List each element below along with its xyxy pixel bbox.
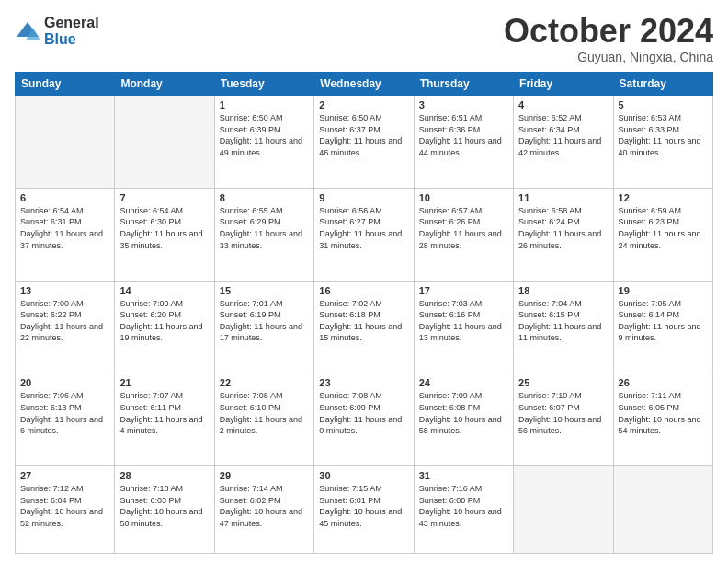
day-info: Sunrise: 7:13 AM Sunset: 6:03 PM Dayligh… <box>119 483 209 529</box>
day-info: Sunrise: 6:54 AM Sunset: 6:31 PM Dayligh… <box>20 205 109 251</box>
table-row: 24Sunrise: 7:09 AM Sunset: 6:08 PM Dayli… <box>414 373 513 466</box>
day-info: Sunrise: 7:14 AM Sunset: 6:02 PM Dayligh… <box>220 483 309 529</box>
header-saturday: Saturday <box>613 73 712 96</box>
day-info: Sunrise: 6:59 AM Sunset: 6:23 PM Dayligh… <box>619 205 708 251</box>
day-number: 26 <box>619 377 708 388</box>
table-row: 17Sunrise: 7:03 AM Sunset: 6:16 PM Dayli… <box>414 281 513 373</box>
day-info: Sunrise: 7:10 AM Sunset: 6:07 PM Dayligh… <box>518 390 608 436</box>
table-row: 15Sunrise: 7:01 AM Sunset: 6:19 PM Dayli… <box>214 281 313 373</box>
table-row: 27Sunrise: 7:12 AM Sunset: 6:04 PM Dayli… <box>16 466 115 554</box>
day-info: Sunrise: 7:00 AM Sunset: 6:22 PM Dayligh… <box>20 298 109 344</box>
header-friday: Friday <box>514 73 613 96</box>
day-number: 10 <box>419 192 508 203</box>
day-number: 3 <box>419 99 508 110</box>
table-row: 12Sunrise: 6:59 AM Sunset: 6:23 PM Dayli… <box>613 188 712 281</box>
header-monday: Monday <box>115 73 214 96</box>
table-row: 28Sunrise: 7:13 AM Sunset: 6:03 PM Dayli… <box>115 466 214 554</box>
day-info: Sunrise: 6:51 AM Sunset: 6:36 PM Dayligh… <box>419 112 508 158</box>
day-info: Sunrise: 6:54 AM Sunset: 6:30 PM Dayligh… <box>119 205 209 251</box>
day-number: 5 <box>619 99 708 110</box>
day-info: Sunrise: 7:08 AM Sunset: 6:10 PM Dayligh… <box>220 390 309 436</box>
table-row <box>514 466 613 554</box>
table-row: 19Sunrise: 7:05 AM Sunset: 6:14 PM Dayli… <box>613 281 712 373</box>
header-tuesday: Tuesday <box>214 73 313 96</box>
table-row: 10Sunrise: 6:57 AM Sunset: 6:26 PM Dayli… <box>414 188 513 281</box>
table-row: 6Sunrise: 6:54 AM Sunset: 6:31 PM Daylig… <box>16 188 115 281</box>
table-row: 20Sunrise: 7:06 AM Sunset: 6:13 PM Dayli… <box>16 373 115 466</box>
logo: General Blue <box>15 15 99 47</box>
day-info: Sunrise: 7:03 AM Sunset: 6:16 PM Dayligh… <box>419 298 508 344</box>
table-row: 9Sunrise: 6:56 AM Sunset: 6:27 PM Daylig… <box>314 188 414 281</box>
day-number: 14 <box>119 285 209 296</box>
day-info: Sunrise: 7:00 AM Sunset: 6:20 PM Dayligh… <box>119 298 209 344</box>
day-number: 30 <box>319 470 408 481</box>
day-info: Sunrise: 7:16 AM Sunset: 6:00 PM Dayligh… <box>419 483 508 529</box>
table-row: 22Sunrise: 7:08 AM Sunset: 6:10 PM Dayli… <box>214 373 313 466</box>
day-number: 8 <box>220 192 309 203</box>
table-row: 21Sunrise: 7:07 AM Sunset: 6:11 PM Dayli… <box>115 373 214 466</box>
day-number: 11 <box>518 192 608 203</box>
day-info: Sunrise: 7:04 AM Sunset: 6:15 PM Dayligh… <box>518 298 608 344</box>
day-info: Sunrise: 7:12 AM Sunset: 6:04 PM Dayligh… <box>20 483 109 529</box>
title-block: October 2024 Guyuan, Ningxia, China <box>504 15 713 64</box>
header-sunday: Sunday <box>16 73 115 96</box>
day-number: 2 <box>319 99 408 110</box>
day-number: 20 <box>20 377 109 388</box>
table-row: 23Sunrise: 7:08 AM Sunset: 6:09 PM Dayli… <box>314 373 414 466</box>
table-row: 31Sunrise: 7:16 AM Sunset: 6:00 PM Dayli… <box>414 466 513 554</box>
day-info: Sunrise: 6:57 AM Sunset: 6:26 PM Dayligh… <box>419 205 508 251</box>
table-row: 29Sunrise: 7:14 AM Sunset: 6:02 PM Dayli… <box>214 466 313 554</box>
day-number: 24 <box>419 377 508 388</box>
table-row: 14Sunrise: 7:00 AM Sunset: 6:20 PM Dayli… <box>115 281 214 373</box>
day-number: 23 <box>319 377 408 388</box>
day-info: Sunrise: 7:05 AM Sunset: 6:14 PM Dayligh… <box>619 298 708 344</box>
table-row: 18Sunrise: 7:04 AM Sunset: 6:15 PM Dayli… <box>514 281 613 373</box>
day-info: Sunrise: 7:07 AM Sunset: 6:11 PM Dayligh… <box>119 390 209 436</box>
day-info: Sunrise: 7:09 AM Sunset: 6:08 PM Dayligh… <box>419 390 508 436</box>
logo-blue: Blue <box>44 31 99 48</box>
table-row <box>16 96 115 189</box>
day-info: Sunrise: 6:53 AM Sunset: 6:33 PM Dayligh… <box>619 112 708 158</box>
table-row: 30Sunrise: 7:15 AM Sunset: 6:01 PM Dayli… <box>314 466 414 554</box>
table-row: 8Sunrise: 6:55 AM Sunset: 6:29 PM Daylig… <box>214 188 313 281</box>
day-info: Sunrise: 7:08 AM Sunset: 6:09 PM Dayligh… <box>319 390 408 436</box>
day-info: Sunrise: 7:11 AM Sunset: 6:05 PM Dayligh… <box>619 390 708 436</box>
day-number: 16 <box>319 285 408 296</box>
logo-text: General Blue <box>44 15 99 47</box>
header-thursday: Thursday <box>414 73 513 96</box>
day-number: 9 <box>319 192 408 203</box>
table-row: 16Sunrise: 7:02 AM Sunset: 6:18 PM Dayli… <box>314 281 414 373</box>
day-info: Sunrise: 7:15 AM Sunset: 6:01 PM Dayligh… <box>319 483 408 529</box>
day-number: 29 <box>220 470 309 481</box>
table-row: 25Sunrise: 7:10 AM Sunset: 6:07 PM Dayli… <box>514 373 613 466</box>
day-info: Sunrise: 6:56 AM Sunset: 6:27 PM Dayligh… <box>319 205 408 251</box>
logo-icon <box>15 18 40 44</box>
day-info: Sunrise: 6:50 AM Sunset: 6:39 PM Dayligh… <box>220 112 309 158</box>
day-info: Sunrise: 6:55 AM Sunset: 6:29 PM Dayligh… <box>220 205 309 251</box>
table-row: 5Sunrise: 6:53 AM Sunset: 6:33 PM Daylig… <box>613 96 712 189</box>
day-info: Sunrise: 6:58 AM Sunset: 6:24 PM Dayligh… <box>518 205 608 251</box>
day-number: 25 <box>518 377 608 388</box>
day-number: 7 <box>119 192 209 203</box>
day-number: 18 <box>518 285 608 296</box>
day-number: 28 <box>119 470 209 481</box>
day-number: 31 <box>419 470 508 481</box>
day-number: 12 <box>619 192 708 203</box>
table-row <box>613 466 712 554</box>
calendar-table: Sunday Monday Tuesday Wednesday Thursday… <box>15 72 713 554</box>
header: General Blue October 2024 Guyuan, Ningxi… <box>15 15 713 64</box>
table-row: 11Sunrise: 6:58 AM Sunset: 6:24 PM Dayli… <box>514 188 613 281</box>
day-number: 15 <box>220 285 309 296</box>
day-number: 22 <box>220 377 309 388</box>
header-wednesday: Wednesday <box>314 73 414 96</box>
day-number: 1 <box>220 99 309 110</box>
day-number: 4 <box>518 99 608 110</box>
month-title: October 2024 <box>504 15 713 48</box>
day-number: 19 <box>619 285 708 296</box>
day-info: Sunrise: 7:06 AM Sunset: 6:13 PM Dayligh… <box>20 390 109 436</box>
day-info: Sunrise: 6:50 AM Sunset: 6:37 PM Dayligh… <box>319 112 408 158</box>
calendar-header-row: Sunday Monday Tuesday Wednesday Thursday… <box>16 73 713 96</box>
table-row: 26Sunrise: 7:11 AM Sunset: 6:05 PM Dayli… <box>613 373 712 466</box>
table-row: 4Sunrise: 6:52 AM Sunset: 6:34 PM Daylig… <box>514 96 613 189</box>
day-number: 21 <box>119 377 209 388</box>
